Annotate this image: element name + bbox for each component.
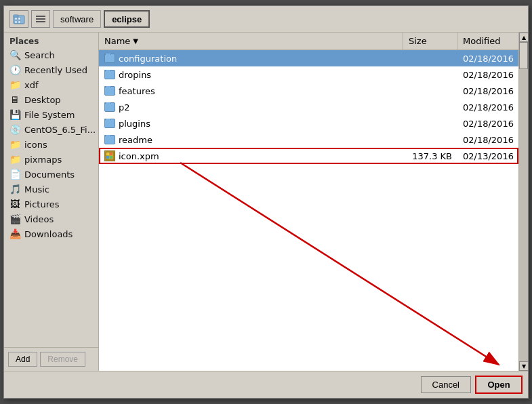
file-name-cell: readme [99,135,403,145]
documents-icon: 📄 [9,169,20,180]
scroll-thumb[interactable] [519,42,528,69]
file-open-dialog: software eclipse Places 🔍 Search 🕐 Recen… [3,5,529,399]
videos-icon: 🎬 [9,214,20,224]
table-row[interactable]: configuration02/18/2016 [99,50,518,66]
file-name-text: plugins [119,119,150,129]
file-icon [104,150,115,161]
file-list-header: Name ▼ Size Modified [99,33,518,50]
folder-icon: 📁 [9,154,20,165]
sidebar-item-label: Music [24,184,49,195]
svg-rect-8 [36,21,45,22]
main-content: Places 🔍 Search 🕐 Recently Used 📁 xdf 🖥 … [4,33,528,371]
sidebar-item-label: File System [24,110,75,120]
vertical-scrollbar[interactable]: ▲ ▼ [518,33,528,371]
svg-rect-12 [106,156,109,159]
add-button[interactable]: Add [8,352,37,367]
sidebar-item-videos[interactable]: 🎬 Videos [4,211,98,226]
file-name-cell: icon.xpm [99,150,403,161]
folder-icon: 📁 [9,79,20,90]
table-row[interactable]: readme02/18/2016 [99,132,518,148]
file-modified-cell: 02/18/2016 [457,102,518,113]
svg-rect-7 [36,18,45,20]
file-name-cell: features [99,86,403,96]
sidebar-header: Places [4,33,98,47]
breadcrumb-eclipse[interactable]: eclipse [104,10,150,28]
scroll-up-button[interactable]: ▲ [519,33,528,42]
file-name-text: features [119,86,155,96]
file-name-text: icon.xpm [119,151,159,161]
sidebar-item-centos[interactable]: 💿 CentOS_6.5_Fi... [4,122,98,137]
file-name-cell: p2 [99,102,403,113]
file-modified-cell: 02/13/2016 [457,151,518,161]
file-name-text: dropins [119,70,151,80]
file-modified-cell: 02/18/2016 [457,54,518,64]
table-row[interactable]: icon.xpm137.3 KB02/13/2016 [99,148,518,164]
sidebar-item-label: Recently Used [24,65,87,75]
open-button[interactable]: Open [475,376,523,394]
sidebar-item-label: Pictures [24,199,59,209]
folder-icon [104,119,115,128]
pictures-icon: 🖼 [9,199,20,209]
file-panel: Name ▼ Size Modified configuration02/18/… [99,33,528,371]
downloads-icon: 📥 [9,228,20,239]
folder-icon [104,135,115,144]
sidebar-item-filesystem[interactable]: 💾 File System [4,107,98,122]
file-name-text: configuration [119,54,177,64]
file-name-cell: configuration [99,54,403,64]
file-name-text: p2 [119,102,130,113]
sidebar-item-label: icons [24,140,47,150]
sidebar-item-downloads[interactable]: 📥 Downloads [4,226,98,241]
sidebar-item-search[interactable]: 🔍 Search [4,47,98,62]
sidebar-item-pictures[interactable]: 🖼 Pictures [4,197,98,211]
recently-used-icon: 🕐 [9,64,20,75]
svg-rect-2 [15,18,17,20]
svg-rect-13 [110,156,112,159]
sidebar-item-pixmaps[interactable]: 📁 pixmaps [4,152,98,167]
cancel-button[interactable]: Cancel [421,376,471,393]
sidebar-item-label: Documents [24,169,75,180]
folder-icon: 📁 [9,139,20,150]
list-view-icon[interactable] [31,10,50,28]
table-row[interactable]: features02/18/2016 [99,83,518,99]
col-size-header[interactable]: Size [403,33,457,49]
table-row[interactable]: plugins02/18/2016 [99,115,518,132]
filesystem-icon: 💾 [9,109,20,120]
table-row[interactable]: p202/18/2016 [99,99,518,115]
sidebar-item-icons[interactable]: 📁 icons [4,137,98,152]
scroll-down-button[interactable]: ▼ [519,361,528,371]
sidebar-item-recently-used[interactable]: 🕐 Recently Used [4,62,98,77]
table-row[interactable]: dropins02/18/2016 [99,66,518,83]
file-modified-cell: 02/18/2016 [457,86,518,96]
folder-icon [104,102,115,112]
sidebar-item-documents[interactable]: 📄 Documents [4,167,98,182]
desktop-icon: 🖥 [9,94,20,105]
folder-icon [104,70,115,79]
scroll-track[interactable] [519,42,528,361]
sidebar-item-music[interactable]: 🎵 Music [4,182,98,197]
svg-rect-6 [36,16,45,17]
col-modified-header[interactable]: Modified [457,33,518,49]
file-modified-cell: 02/18/2016 [457,119,518,129]
file-name-cell: dropins [99,70,403,80]
svg-rect-3 [18,18,20,20]
sidebar-item-label: Search [24,50,55,60]
sidebar-bottom: Add Remove [4,347,98,371]
remove-button[interactable]: Remove [40,352,85,367]
sidebar-item-desktop[interactable]: 🖥 Desktop [4,92,98,107]
folder-icon [104,54,115,63]
nav-icon[interactable] [9,10,28,28]
sort-icon: ▼ [133,37,138,45]
svg-rect-11 [110,153,112,155]
file-area: Name ▼ Size Modified configuration02/18/… [99,33,518,371]
music-icon: 🎵 [9,184,20,195]
file-modified-cell: 02/18/2016 [457,135,518,145]
name-col-label: Name [104,36,130,46]
disc-icon: 💿 [9,124,20,135]
col-name-header[interactable]: Name ▼ [99,33,403,49]
sidebar-item-label: Videos [24,214,54,224]
sidebar-item-xdf[interactable]: 📁 xdf [4,77,98,92]
file-size-cell: 137.3 KB [403,151,457,161]
search-icon: 🔍 [9,49,20,60]
file-list: configuration02/18/2016dropins02/18/2016… [99,50,518,371]
breadcrumb-software[interactable]: software [53,10,101,28]
